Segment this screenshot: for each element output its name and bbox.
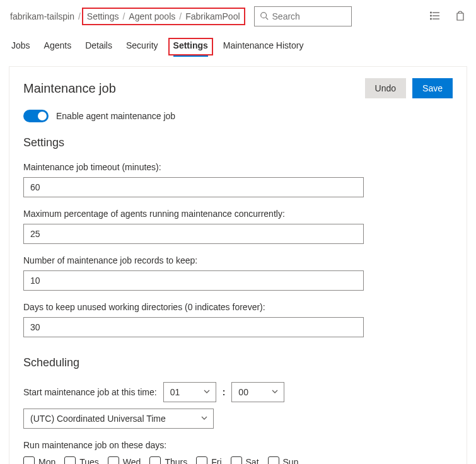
checkbox[interactable]: [268, 456, 279, 464]
enable-maintenance-label: Enable agent maintenance job: [56, 111, 175, 121]
settings-panel: Maintenance job Undo Save Enable agent m…: [9, 66, 467, 464]
checkbox[interactable]: [64, 456, 76, 464]
search-icon: [260, 11, 269, 22]
search-input[interactable]: [272, 11, 346, 21]
field-timeout: Maintenance job timeout (minutes):: [23, 162, 364, 197]
minute-select[interactable]: 00: [231, 382, 284, 402]
schedule-time-row: Start maintenance job at this time: 01 :…: [23, 382, 453, 429]
breadcrumb-agent-pools[interactable]: Agent pools: [129, 11, 175, 21]
day-label: Sat: [246, 457, 259, 464]
svg-line-1: [265, 17, 268, 20]
time-colon: :: [223, 387, 226, 397]
breadcrumb-separator: /: [78, 11, 81, 21]
field-maxpct: Maximum percentage of agents running mai…: [23, 209, 364, 244]
day-label: Thurs: [165, 457, 187, 464]
breadcrumb-separator: /: [122, 11, 125, 21]
records-label: Number of maintenance job records to kee…: [23, 255, 364, 265]
topbar: fabrikam-tailspin / Settings / Agent poo…: [0, 0, 476, 33]
records-input[interactable]: [23, 270, 364, 291]
enable-maintenance-toggle[interactable]: [23, 110, 49, 122]
days-row: Mon Tues Wed Thurs Fri Sat Sun: [23, 456, 453, 464]
day-tues[interactable]: Tues: [64, 456, 99, 464]
day-label: Wed: [123, 457, 141, 464]
tab-highlight: Settings: [168, 38, 213, 55]
breadcrumb: fabrikam-tailspin / Settings / Agent poo…: [10, 8, 245, 25]
topbar-icons: [429, 10, 466, 23]
day-label: Sun: [283, 457, 299, 464]
day-thurs[interactable]: Thurs: [149, 456, 187, 464]
svg-point-6: [431, 15, 432, 16]
checkbox[interactable]: [23, 456, 35, 464]
hour-select[interactable]: 01: [163, 382, 216, 402]
day-wed[interactable]: Wed: [108, 456, 141, 464]
breadcrumb-org[interactable]: fabrikam-tailspin: [10, 11, 74, 21]
undo-button[interactable]: Undo: [365, 78, 406, 98]
checkbox[interactable]: [196, 456, 207, 464]
hour-value: 01: [170, 387, 180, 397]
svg-point-7: [431, 18, 432, 20]
day-fri[interactable]: Fri: [196, 456, 221, 464]
checkbox[interactable]: [108, 456, 119, 464]
scheduling-heading: Scheduling: [23, 356, 453, 369]
maxpct-label: Maximum percentage of agents running mai…: [23, 209, 364, 219]
day-mon[interactable]: Mon: [23, 456, 55, 464]
day-sat[interactable]: Sat: [231, 456, 259, 464]
tab-jobs[interactable]: Jobs: [10, 37, 32, 57]
chevron-down-icon: [197, 414, 208, 424]
day-label: Tues: [79, 457, 99, 464]
day-label: Mon: [38, 457, 55, 464]
save-button[interactable]: Save: [412, 78, 453, 98]
breadcrumb-pool-name[interactable]: FabrikamPool: [185, 11, 240, 21]
minute-value: 00: [238, 387, 248, 397]
panel-title: Maintenance job: [23, 81, 116, 96]
breadcrumb-separator: /: [179, 11, 182, 21]
days-dirs-input[interactable]: [23, 317, 364, 337]
field-records: Number of maintenance job records to kee…: [23, 255, 364, 291]
panel-actions: Undo Save: [365, 78, 453, 98]
tab-security[interactable]: Security: [125, 37, 160, 57]
checkbox[interactable]: [149, 456, 161, 464]
timeout-label: Maintenance job timeout (minutes):: [23, 162, 364, 172]
timezone-value: (UTC) Coordinated Universal Time: [30, 414, 166, 424]
field-days-dirs: Days to keep unused working directories …: [23, 302, 364, 337]
day-label: Fri: [211, 457, 221, 464]
list-icon[interactable]: [429, 10, 441, 23]
tabs: Jobs Agents Details Security Settings Ma…: [0, 33, 476, 57]
checkbox[interactable]: [231, 456, 242, 464]
timeout-input[interactable]: [23, 177, 364, 197]
days-label: Run maintenance job on these days:: [23, 440, 453, 450]
start-time-label: Start maintenance job at this time:: [23, 387, 157, 397]
tab-maintenance-history[interactable]: Maintenance History: [222, 37, 305, 57]
maxpct-input[interactable]: [23, 224, 364, 244]
chevron-down-icon: [267, 387, 279, 397]
svg-point-5: [431, 12, 432, 13]
timezone-select[interactable]: (UTC) Coordinated Universal Time: [23, 409, 214, 429]
settings-heading: Settings: [23, 136, 453, 149]
chevron-down-icon: [199, 387, 211, 397]
tab-details[interactable]: Details: [84, 37, 113, 57]
shopping-bag-icon[interactable]: [455, 10, 466, 23]
enable-maintenance-row: Enable agent maintenance job: [23, 110, 453, 122]
tab-settings[interactable]: Settings: [172, 37, 209, 57]
breadcrumb-settings[interactable]: Settings: [87, 11, 119, 21]
tab-agents[interactable]: Agents: [43, 37, 73, 57]
day-sun[interactable]: Sun: [268, 456, 299, 464]
days-dirs-label: Days to keep unused working directories …: [23, 302, 364, 312]
search-box[interactable]: [254, 6, 352, 26]
panel-header: Maintenance job Undo Save: [23, 78, 453, 98]
breadcrumb-highlight: Settings / Agent pools / FabrikamPool: [82, 8, 245, 25]
svg-point-0: [260, 12, 266, 18]
